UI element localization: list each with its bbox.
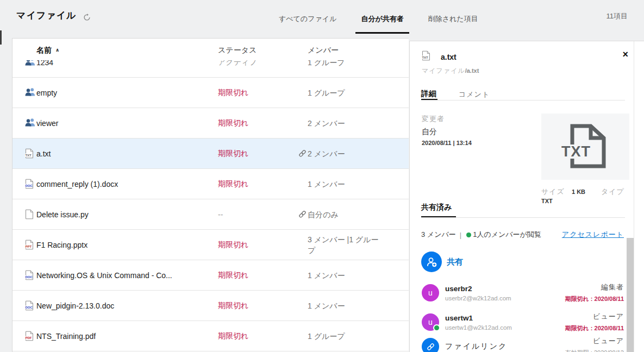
share-link-icon	[298, 87, 308, 88]
divider	[421, 217, 625, 218]
share-expiry: 期限切れ : 2020/08/11	[565, 324, 624, 332]
svg-text:PDF: PDF	[25, 336, 32, 339]
members-text: 1 メンバー	[308, 269, 381, 280]
share-role: ビューア	[565, 336, 624, 346]
share-stats: 3 メンバー | 1人のメンバーが閲覧 アクセスレポート	[421, 230, 624, 240]
panel-file-name: a.txt	[441, 53, 457, 61]
table-row[interactable]: TXT a.txt 期限切れ 2 メンバー	[12, 139, 409, 169]
tab-all-files[interactable]: すべてのファイル	[273, 11, 342, 34]
table-row[interactable]: DOC Networking.OS & Unix Command - Co...…	[12, 260, 409, 291]
size-label: サイズ	[541, 187, 565, 197]
share-link-icon	[298, 300, 308, 301]
file-table: 1234 アクティブ 1 グループ empty 期限切れ 1 グループ view…	[12, 38, 409, 352]
file-name: New_pidgin-2.13.0.doc	[36, 301, 114, 310]
viewed-dot-icon	[466, 232, 471, 237]
file-name: Delete issue.py	[36, 210, 89, 219]
shared-section-title: 共有済み	[421, 203, 452, 212]
file-name: Networking.OS & Unix Command - Co...	[36, 271, 172, 280]
share-link-icon	[298, 178, 308, 179]
txt-icon: TXT	[25, 148, 36, 159]
table-row[interactable]: viewer 期限切れ 2 メンバー	[12, 108, 409, 139]
table-row[interactable]: 1234 アクティブ 1 グループ	[12, 60, 409, 78]
close-icon[interactable]: ×	[622, 49, 628, 59]
status-label: 期限切れ	[218, 118, 248, 128]
column-header-status: ステータス	[218, 46, 257, 55]
size-value: 1 KB	[572, 188, 585, 195]
status-label: 期限切れ	[218, 331, 248, 341]
members-text: 1 グループ	[308, 60, 381, 68]
share-name: usertw1	[445, 314, 565, 322]
share-item[interactable]: ファイルリンク ビューア 有効期限 : 2020/08/12	[422, 332, 624, 352]
doc-icon: DOC	[25, 300, 36, 311]
table-row[interactable]: PPT F1 Racing.pptx 期限切れ 3 メンバー |1 グループ	[12, 230, 409, 260]
svg-text:DOC: DOC	[25, 184, 33, 187]
table-row[interactable]: DOC comment_reply (1).docx 期限切れ 1 メンバー	[12, 169, 409, 199]
share-email: userbr2@w2k12ad.com	[445, 295, 565, 301]
table-row[interactable]: PDF NTS_Training.pdf 期限切れ 1 グループ	[12, 321, 409, 351]
file-name: comment_reply (1).docx	[36, 180, 118, 188]
members-cell: 3 メンバー |1 グループ	[298, 234, 381, 256]
detail-panel: TXT a.txt × マイファイル/a.txt 詳細 コメント 変更者 自分 …	[409, 41, 644, 352]
svg-text:DOC: DOC	[25, 305, 33, 309]
share-expiry: 期限切れ : 2020/08/11	[565, 295, 624, 303]
share-link-icon	[298, 234, 308, 235]
doc-icon: DOC	[25, 179, 36, 190]
members-cell: 自分のみ	[298, 209, 381, 219]
members-count: 3 メンバー	[421, 230, 456, 240]
tab-details[interactable]: 詳細	[421, 89, 436, 99]
members-text: 自分のみ	[308, 209, 381, 219]
share-role: ビューア	[565, 312, 624, 322]
share-item[interactable]: u userbr2 userbr2@w2k12ad.com 編集者 期限切れ :…	[422, 278, 624, 307]
breadcrumb: マイファイル/a.txt	[422, 66, 479, 76]
group-icon	[25, 60, 36, 68]
scrollbar-track	[634, 41, 634, 352]
separator: |	[460, 231, 461, 239]
share-name: userbr2	[445, 285, 565, 293]
share-link-icon	[298, 209, 308, 218]
column-header-name[interactable]: 名前∧	[36, 46, 59, 55]
status-label: 期限切れ	[218, 88, 248, 98]
tab-shared-by-me[interactable]: 自分が共有者	[355, 11, 409, 34]
type-value: TXT	[541, 198, 553, 204]
members-text: 2 メンバー	[308, 148, 381, 159]
modified-by-value: 自分	[422, 127, 437, 137]
members-cell: 1 メンバー	[298, 269, 381, 280]
access-report-link[interactable]: アクセスレポート	[562, 230, 624, 240]
members-text: 1 メンバー	[308, 300, 381, 311]
share-button-label: 共有	[447, 257, 463, 267]
tab-deleted-items[interactable]: 削除された項目	[423, 11, 484, 34]
share-button[interactable]: 共有	[421, 252, 463, 272]
file-name: empty	[36, 89, 57, 97]
status-label: --	[218, 210, 223, 219]
file-name: viewer	[36, 119, 58, 128]
scrollbar-thumb[interactable]	[627, 238, 634, 352]
status-label: 期限切れ	[218, 301, 248, 311]
file-preview: TXT	[541, 114, 629, 180]
table-row[interactable]: DOC New_pidgin-2.13.0.doc 期限切れ 1 メンバー	[12, 291, 409, 321]
items-count: 11項目	[607, 11, 628, 21]
table-row[interactable]: Delete issue.py -- 自分のみ	[12, 199, 409, 230]
members-cell: 2 メンバー	[298, 117, 381, 128]
modified-datetime: 2020/08/11 | 13:14	[422, 140, 472, 146]
members-cell: 1 メンバー	[298, 178, 381, 189]
share-role: 編集者	[565, 282, 624, 292]
divider	[421, 100, 625, 100]
file-name: F1 Racing.pptx	[36, 241, 87, 249]
status-label: 期限切れ	[218, 271, 248, 280]
table-row[interactable]: empty 期限切れ 1 グループ	[12, 78, 409, 108]
column-header-members: メンバー	[308, 46, 339, 55]
add-user-icon	[421, 252, 442, 272]
members-cell: 1 メンバー	[298, 300, 381, 311]
user-avatar: u	[422, 284, 439, 301]
members-cell: 1 グループ	[298, 87, 381, 98]
svg-text:TXT: TXT	[422, 56, 428, 59]
share-list: u userbr2 userbr2@w2k12ad.com 編集者 期限切れ :…	[422, 278, 624, 352]
modified-by-label: 変更者	[422, 114, 445, 124]
share-email: usertw1@w2k12ad.com	[445, 324, 565, 331]
refresh-icon[interactable]	[83, 14, 91, 21]
members-text: 3 メンバー |1 グループ	[308, 234, 381, 256]
share-link-icon	[298, 330, 308, 331]
txt-file-icon: TXT	[422, 51, 430, 61]
tab-comments[interactable]: コメント	[459, 90, 490, 99]
sort-asc-icon: ∧	[55, 47, 59, 53]
